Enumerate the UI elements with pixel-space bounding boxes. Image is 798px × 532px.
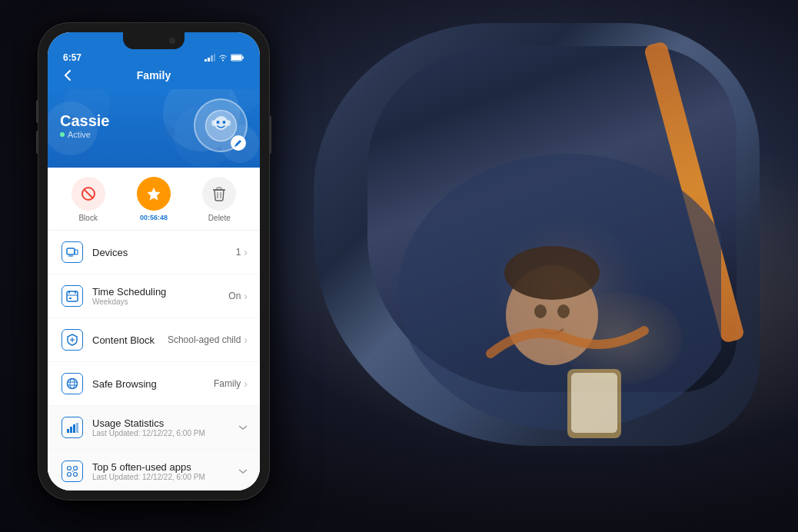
svg-point-23 bbox=[216, 121, 219, 124]
svg-point-52 bbox=[74, 467, 78, 470]
power-button bbox=[269, 115, 271, 154]
menu-item-time-scheduling[interactable]: Time Scheduling Weekdays On › bbox=[48, 274, 260, 318]
usage-icon bbox=[62, 417, 83, 438]
camera-dot bbox=[169, 38, 175, 44]
status-active-dot bbox=[60, 132, 65, 137]
status-time: 6:57 bbox=[63, 52, 81, 63]
devices-content: Devices bbox=[92, 247, 236, 258]
safe-browsing-chevron: › bbox=[244, 377, 248, 390]
top5-right bbox=[238, 468, 248, 474]
svg-rect-8 bbox=[208, 58, 210, 62]
signal-icon bbox=[204, 54, 215, 62]
top5-chevron-down-icon bbox=[238, 468, 248, 474]
phone-notch bbox=[123, 32, 185, 49]
svg-rect-14 bbox=[242, 57, 244, 59]
svg-marker-29 bbox=[147, 188, 160, 201]
header-title: Family bbox=[137, 69, 171, 81]
usage-right bbox=[238, 424, 248, 431]
battery-icon bbox=[231, 54, 244, 62]
menu-item-usage-statistics[interactable]: Usage Statistics Last Updated: 12/12/22,… bbox=[48, 406, 260, 450]
block-action[interactable]: Block bbox=[71, 177, 105, 222]
time-chevron: › bbox=[244, 290, 248, 302]
svg-rect-50 bbox=[76, 423, 78, 433]
svg-line-28 bbox=[84, 189, 93, 198]
phone-screen: 6:57 bbox=[48, 32, 260, 490]
svg-rect-34 bbox=[75, 250, 78, 254]
svg-rect-13 bbox=[231, 55, 241, 60]
delete-action[interactable]: Delete bbox=[202, 177, 236, 222]
content-block-content: Content Block bbox=[92, 334, 168, 346]
top5-title: Top 5 often-used apps bbox=[92, 461, 238, 473]
top5-subtitle: Last Updated: 12/12/22, 6:00 PM bbox=[92, 473, 238, 481]
delete-label: Delete bbox=[208, 214, 231, 222]
edit-icon bbox=[234, 139, 242, 147]
content-block-title: Content Block bbox=[92, 334, 168, 346]
block-icon-wrap bbox=[71, 177, 105, 211]
svg-rect-49 bbox=[73, 424, 75, 433]
menu-item-safe-browsing[interactable]: Safe Browsing Family › bbox=[48, 362, 260, 406]
time-icon bbox=[62, 285, 83, 307]
profile-avatar[interactable] bbox=[194, 98, 248, 152]
top5-content: Top 5 often-used apps Last Updated: 12/1… bbox=[92, 461, 238, 481]
svg-point-53 bbox=[68, 473, 71, 477]
chevron-down-icon bbox=[238, 424, 248, 431]
svg-point-25 bbox=[211, 120, 216, 126]
top5-icon-container bbox=[60, 459, 85, 484]
menu-list: Devices 1 › bbox=[48, 231, 260, 490]
block-icon bbox=[81, 186, 96, 201]
volume-down-button bbox=[36, 131, 38, 154]
devices-icon-container bbox=[60, 240, 85, 264]
status-icons bbox=[204, 54, 244, 62]
svg-rect-10 bbox=[214, 54, 215, 62]
menu-item-devices[interactable]: Devices 1 › bbox=[48, 231, 260, 274]
calendar-svg bbox=[66, 290, 78, 302]
chart-svg bbox=[66, 421, 78, 434]
block-label: Block bbox=[78, 214, 97, 222]
globe-svg bbox=[66, 377, 78, 390]
top5-icon bbox=[62, 461, 83, 482]
menu-item-content-block[interactable]: Content Block School-aged child › bbox=[48, 318, 260, 362]
star-timer-icon bbox=[145, 185, 162, 202]
safe-browsing-title: Safe Browsing bbox=[92, 378, 214, 390]
profile-hero: 📚 🎒 ✏️ Cassie Active bbox=[48, 89, 260, 168]
back-button[interactable] bbox=[57, 65, 78, 86]
devices-icon bbox=[62, 241, 83, 263]
time-title: Time Scheduling bbox=[92, 286, 228, 298]
svg-point-3 bbox=[534, 304, 547, 318]
profile-info: Cassie Active bbox=[60, 112, 110, 139]
time-icon-container bbox=[60, 284, 85, 308]
shield-svg bbox=[66, 334, 78, 346]
action-row: Block 00:56:48 bbox=[48, 168, 260, 231]
delete-icon bbox=[212, 186, 226, 201]
profile-status-text: Active bbox=[68, 130, 91, 139]
content-block-right: School-aged child › bbox=[168, 334, 248, 346]
profile-name: Cassie bbox=[60, 112, 110, 130]
timer-action[interactable]: 00:56:48 bbox=[137, 177, 171, 222]
svg-point-44 bbox=[70, 379, 75, 389]
svg-point-4 bbox=[557, 304, 570, 318]
profile-status: Active bbox=[60, 130, 110, 139]
back-icon bbox=[64, 69, 71, 81]
devices-right: 1 › bbox=[236, 246, 248, 258]
avatar-edit-button[interactable] bbox=[231, 135, 246, 151]
usage-content: Usage Statistics Last Updated: 12/12/22,… bbox=[92, 417, 238, 437]
svg-rect-33 bbox=[67, 248, 75, 254]
apps-svg bbox=[66, 465, 78, 477]
svg-rect-9 bbox=[211, 55, 213, 62]
svg-rect-48 bbox=[70, 427, 72, 433]
svg-point-2 bbox=[504, 246, 600, 300]
volume-up-button bbox=[36, 100, 38, 123]
safe-browsing-value: Family bbox=[214, 378, 241, 389]
svg-rect-47 bbox=[67, 429, 69, 433]
svg-point-51 bbox=[68, 467, 71, 470]
svg-rect-7 bbox=[204, 59, 207, 62]
time-content: Time Scheduling Weekdays bbox=[92, 286, 228, 306]
app-header: Family bbox=[48, 66, 260, 89]
menu-item-top5-apps[interactable]: Top 5 often-used apps Last Updated: 12/1… bbox=[48, 450, 260, 490]
usage-title: Usage Statistics bbox=[92, 417, 238, 429]
usage-icon-container bbox=[60, 415, 85, 440]
browsing-icon bbox=[62, 373, 83, 394]
safe-browsing-right: Family › bbox=[214, 377, 248, 390]
svg-rect-40 bbox=[69, 298, 71, 299]
svg-rect-36 bbox=[67, 291, 78, 301]
